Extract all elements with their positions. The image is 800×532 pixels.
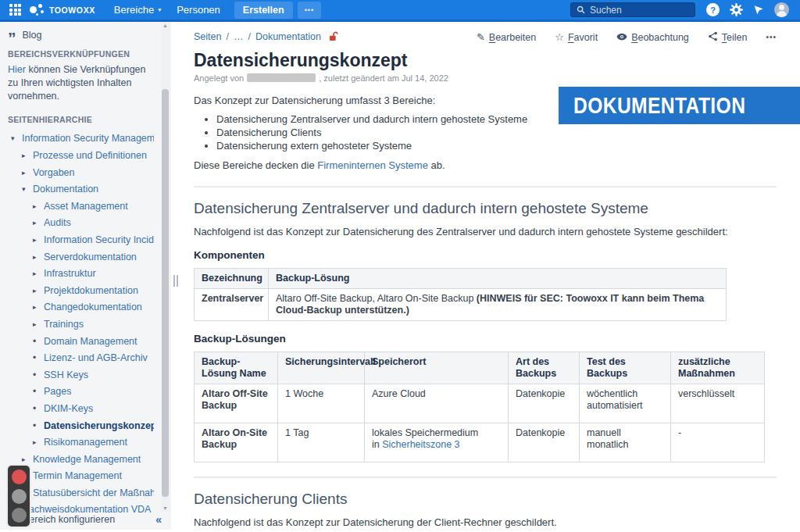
- coverage-prefix: Diese Bereiche decken die: [194, 159, 317, 171]
- sidebar-item-dokumentation[interactable]: ▾Dokumentation: [8, 180, 154, 198]
- configure-space-label[interactable]: Bereich konfigurieren: [23, 514, 115, 525]
- table-cell: Altaro Off-Site Backup, Altaro On-Site B…: [269, 289, 727, 321]
- breadcrumb-ellipsis-link[interactable]: …: [234, 31, 244, 42]
- chevron-right-icon[interactable]: ▸: [33, 438, 44, 446]
- sidebar-item-termin-management[interactable]: •Termin Management: [8, 468, 154, 485]
- column-header: Art des Backups: [509, 352, 580, 384]
- chevron-down-icon[interactable]: ▾: [11, 134, 22, 142]
- sidebar-item-risikomanagement[interactable]: ▸Risikomanagement: [8, 434, 154, 451]
- nav-spaces-menu[interactable]: Bereiche ▾: [106, 0, 169, 20]
- sidebar-scrollbar-track[interactable]: ▲ ▼: [161, 22, 170, 512]
- tree-item-label: Information Security Management: [22, 133, 154, 144]
- table-cell: Datenkopie: [509, 384, 580, 423]
- table-cell: Zentralserver: [195, 289, 269, 321]
- sidebar-item-asset-management[interactable]: ▸Asset Management: [8, 198, 154, 215]
- sidebar-item-blog[interactable]: ” Blog: [8, 28, 154, 42]
- traffic-light-bottom: [12, 508, 27, 523]
- profile-avatar[interactable]: [774, 2, 789, 17]
- sidebar-item-infrastruktur[interactable]: ▸Infrastruktur: [8, 265, 154, 282]
- page-hierarchy-heading: SEITENHIERARCHIE: [8, 115, 154, 124]
- chevron-right-icon[interactable]: ▸: [22, 169, 33, 177]
- sidebar-item-projektdokumentation[interactable]: ▸Projektdokumentation: [8, 282, 154, 299]
- byline-suffix: , zuletzt geändert am Jul 14, 2022: [319, 73, 448, 83]
- chevron-right-icon[interactable]: ▸: [33, 253, 44, 261]
- sidebar-item-statusuebersicht-der-massnahmen[interactable]: •Statusübersicht der Maßnahmenu: [8, 484, 154, 502]
- breadcrumb-seiten-link[interactable]: Seiten: [194, 31, 221, 42]
- sidebar-item-ssh-keys[interactable]: •SSH Keys: [8, 366, 154, 384]
- sidebar-item-pages[interactable]: •Pages: [8, 384, 154, 401]
- settings-gear-icon[interactable]: [730, 3, 743, 16]
- scroll-up-icon[interactable]: ▲: [162, 23, 168, 28]
- toowoxx-logo[interactable]: TOOWOXX: [29, 2, 95, 18]
- create-more-button[interactable]: •••: [298, 2, 321, 19]
- page-more-actions-button[interactable]: •••: [766, 33, 777, 41]
- app-switcher-grid-icon[interactable]: [9, 4, 21, 16]
- share-button[interactable]: Teilen: [708, 31, 748, 43]
- chevron-right-icon[interactable]: ▸: [33, 236, 44, 244]
- breadcrumb: Seiten / … / Dokumentation: [194, 31, 339, 42]
- sidebar-item-domain-management[interactable]: •Domain Management: [8, 333, 154, 350]
- shortcuts-hier-link[interactable]: Hier: [8, 64, 26, 75]
- create-button[interactable]: Erstellen: [234, 2, 293, 19]
- sidebar-item-dkim-keys[interactable]: •DKIM-Keys: [8, 400, 154, 417]
- sidebar-scrollbar-thumb[interactable]: [162, 89, 169, 497]
- notifications-flag-icon[interactable]: [753, 5, 764, 16]
- table-cell: manuell monatlich: [580, 423, 671, 462]
- sidebar-item-information-security-incidents[interactable]: ▸Information Security Incidents: [8, 231, 154, 248]
- cell-text: in: [372, 439, 382, 450]
- table-cell: 1 Tag: [278, 423, 365, 462]
- share-icon: [708, 31, 718, 43]
- sidebar-item-information-security-management[interactable]: ▾Information Security Management: [8, 130, 154, 148]
- sidebar-item-changedokumentation[interactable]: ▸Changedokumentation: [8, 299, 154, 316]
- firmeninterne-systeme-link[interactable]: Firmeninternen Systeme: [317, 159, 428, 171]
- tree-item-label: Risikomanagement: [44, 437, 127, 448]
- tree-item-label: Statusübersicht der Maßnahmenu: [33, 487, 154, 498]
- tree-item-label: SSH Keys: [44, 370, 88, 380]
- chevron-right-icon[interactable]: ▸: [33, 219, 44, 227]
- author-name-redacted: [247, 73, 316, 82]
- logo-molecule-icon: [29, 2, 48, 18]
- tree-item-label: Infrastruktur: [44, 268, 96, 279]
- chevron-right-icon[interactable]: ▸: [33, 270, 44, 277]
- sicherheitszone-link[interactable]: Sicherheitszone 3: [382, 439, 459, 450]
- watch-button[interactable]: Beobachtung: [616, 32, 689, 43]
- sidebar-resize-handle[interactable]: [173, 275, 180, 287]
- page-actions: ✎ Bearbeiten ☆ Favorit Beobachtung Teile…: [477, 31, 777, 43]
- sidebar-item-vorgaben[interactable]: ▸Vorgaben: [8, 164, 154, 181]
- sidebar-item-lizenz-und-agb-archiv[interactable]: •Lizenz- und AGB-Archiv: [8, 349, 154, 366]
- search-box[interactable]: [570, 2, 695, 17]
- sidebar-item-prozesse-und-definitionen[interactable]: ▸Prozesse und Definitionen: [8, 147, 154, 164]
- cell-text: Altaro Off-Site Backup, Altaro On-Site B…: [276, 293, 477, 304]
- help-icon[interactable]: ?: [706, 3, 720, 16]
- search-input[interactable]: [590, 5, 676, 16]
- sidebar-item-audits[interactable]: ▸Audits: [8, 215, 154, 232]
- sidebar-item-serverdokumentation[interactable]: ▸Serverdokumentation: [8, 248, 154, 266]
- column-header: Backup-Lösung: [269, 269, 727, 289]
- chevron-right-icon[interactable]: ▸: [22, 455, 33, 463]
- collapse-sidebar-icon[interactable]: «: [155, 513, 162, 526]
- tree-item-label: Changedokumentation: [44, 302, 142, 312]
- chevron-down-icon[interactable]: ▾: [22, 185, 33, 193]
- restrictions-unlocked-icon[interactable]: [328, 31, 339, 42]
- breadcrumb-dokumentation-link[interactable]: Dokumentation: [255, 31, 321, 42]
- chevron-right-icon[interactable]: ▸: [33, 287, 44, 295]
- banner-label: DOKUMENTATION: [573, 92, 745, 119]
- chevron-right-icon[interactable]: ▸: [22, 152, 33, 159]
- tree-item-label: Asset Management: [44, 201, 128, 212]
- sidebar-item-trainings[interactable]: ▸Trainings: [8, 316, 154, 333]
- section-intro-clients: Nachfolgend ist das Konzept zur Datensic…: [194, 516, 777, 529]
- edit-button[interactable]: ✎ Bearbeiten: [477, 32, 536, 43]
- coverage-paragraph: Diese Bereiche decken die Firmeninternen…: [194, 159, 777, 172]
- favorite-button[interactable]: ☆ Favorit: [555, 32, 598, 43]
- chevron-right-icon[interactable]: ▸: [33, 320, 44, 328]
- chevron-right-icon[interactable]: ▸: [33, 202, 44, 210]
- nav-people-menu[interactable]: Personen: [169, 0, 228, 20]
- column-header: Bezeichnung: [195, 269, 269, 289]
- table-cell: wöchentlich automatisiert: [580, 384, 671, 423]
- chevron-right-icon[interactable]: ▸: [33, 303, 44, 311]
- cell-line2: in Sicherheitszone 3: [372, 439, 501, 451]
- bullet-icon: •: [33, 370, 44, 380]
- sidebar-item-knowledge-management[interactable]: ▸Knowledge Management: [8, 451, 154, 468]
- sidebar-item-datensicherungskonzept[interactable]: •Datensicherungskonzept: [8, 417, 154, 434]
- shortcuts-text-rest: können Sie Verknüpfungen zu Ihren wichti…: [8, 64, 146, 102]
